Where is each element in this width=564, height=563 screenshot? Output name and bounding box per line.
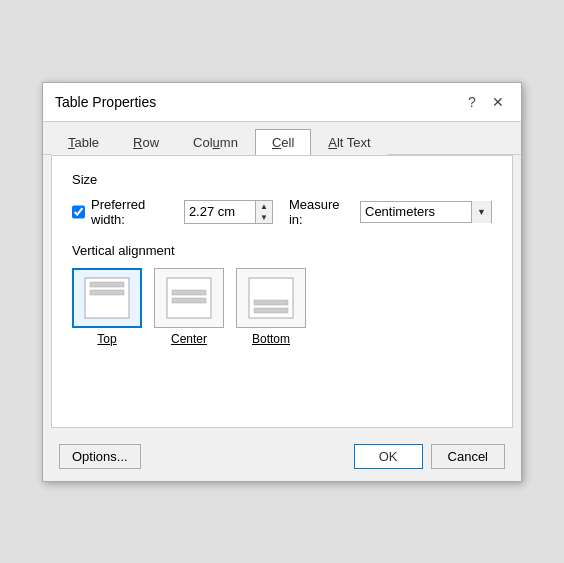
alignment-options: Top Center [72, 268, 492, 346]
close-button[interactable]: ✕ [487, 91, 509, 113]
table-properties-dialog: Table Properties ? ✕ Table Row Column Ce… [42, 82, 522, 482]
tab-content: Size Preferred width: ▲ ▼ Measure in: Ce… [51, 155, 513, 428]
title-bar-buttons: ? ✕ [461, 91, 509, 113]
width-input[interactable] [185, 201, 255, 223]
size-row: Preferred width: ▲ ▼ Measure in: Centime… [72, 197, 492, 227]
width-decrement-button[interactable]: ▼ [256, 212, 272, 223]
options-button[interactable]: Options... [59, 444, 141, 469]
measure-dropdown-button[interactable]: ▼ [471, 201, 491, 223]
svg-rect-2 [90, 290, 124, 295]
title-bar: Table Properties ? ✕ [43, 83, 521, 122]
alignment-box-bottom [236, 268, 306, 328]
ok-cancel-buttons: OK Cancel [354, 444, 505, 469]
measure-in-label: Measure in: [289, 197, 352, 227]
preferred-width-checkbox[interactable] [72, 205, 85, 219]
bottom-bar: Options... OK Cancel [43, 436, 521, 481]
tabs-bar: Table Row Column Cell Alt Text [43, 122, 521, 155]
width-spinner: ▲ ▼ [255, 201, 272, 223]
preferred-width-checkbox-label[interactable]: Preferred width: [72, 197, 176, 227]
top-alignment-icon [82, 276, 132, 320]
width-increment-button[interactable]: ▲ [256, 201, 272, 212]
measure-select-group: Centimeters Inches Percent ▼ [360, 201, 492, 223]
width-input-group: ▲ ▼ [184, 200, 273, 224]
help-button[interactable]: ? [461, 91, 483, 113]
tab-column[interactable]: Column [176, 129, 255, 155]
svg-rect-8 [254, 308, 288, 313]
svg-rect-4 [172, 290, 206, 295]
svg-rect-5 [172, 298, 206, 303]
bottom-alignment-icon [246, 276, 296, 320]
alignment-option-bottom[interactable]: Bottom [236, 268, 306, 346]
tab-alt-text[interactable]: Alt Text [311, 129, 387, 155]
alignment-box-center [154, 268, 224, 328]
alignment-label-bottom: Bottom [252, 332, 290, 346]
tab-table[interactable]: Table [51, 129, 116, 155]
preferred-width-label: Preferred width: [91, 197, 176, 227]
dialog-title: Table Properties [55, 94, 156, 110]
alignment-box-top [72, 268, 142, 328]
alignment-label-center: Center [171, 332, 207, 346]
vertical-alignment-title: Vertical alignment [72, 243, 492, 258]
alignment-option-top[interactable]: Top [72, 268, 142, 346]
cancel-button[interactable]: Cancel [431, 444, 505, 469]
alignment-label-top: Top [97, 332, 116, 346]
svg-rect-7 [254, 300, 288, 305]
svg-rect-1 [90, 282, 124, 287]
tab-row[interactable]: Row [116, 129, 176, 155]
tab-cell[interactable]: Cell [255, 129, 311, 155]
measure-select[interactable]: Centimeters Inches Percent [361, 202, 471, 222]
ok-button[interactable]: OK [354, 444, 423, 469]
size-section-title: Size [72, 172, 492, 187]
center-alignment-icon [164, 276, 214, 320]
alignment-option-center[interactable]: Center [154, 268, 224, 346]
